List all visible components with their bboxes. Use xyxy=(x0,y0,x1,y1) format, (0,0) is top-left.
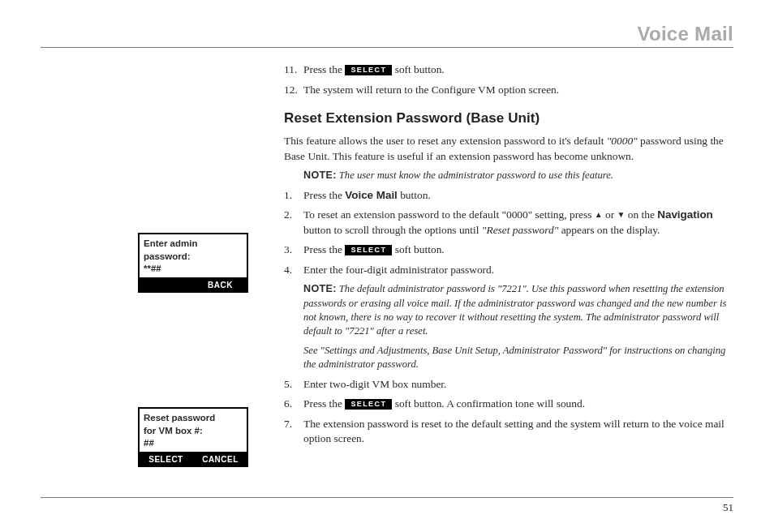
page-header: Voice Mail xyxy=(41,23,733,48)
step-body: Press the Voice Mail button. xyxy=(303,188,733,204)
note-default-admin-password: NOTE: The default administrator password… xyxy=(303,282,733,339)
step-2: 2. To reset an extension password to the… xyxy=(284,208,733,238)
note-body: The user must know the administrator pas… xyxy=(337,169,613,181)
lcd-line: **## xyxy=(144,263,243,276)
voice-mail-button-label: Voice Mail xyxy=(345,189,398,201)
lcd-text: Enter admin password: **## xyxy=(144,238,243,276)
lcd-text: Reset password for VM box #: ## xyxy=(144,412,243,450)
note-label: NOTE: xyxy=(303,169,337,181)
section-title: Voice Mail xyxy=(637,23,733,45)
step-number: 3. xyxy=(284,242,303,258)
content-columns: Enter admin password: **## BACK Reset pa… xyxy=(41,62,733,452)
note-body: The default administrator password is "7… xyxy=(303,283,726,337)
lcd-line: for VM box #: xyxy=(144,425,243,438)
step-body: The extension password is reset to the d… xyxy=(303,417,733,447)
text: This feature allows the user to reset an… xyxy=(284,135,607,147)
step-number: 4. xyxy=(284,263,303,278)
note-label: NOTE: xyxy=(303,283,337,294)
softkey-left-select: SELECT xyxy=(140,452,192,466)
text: Press the xyxy=(303,63,345,75)
lead-paragraph: This feature allows the user to reset an… xyxy=(284,134,733,164)
softkey-right-back: BACK xyxy=(192,277,247,292)
text: on the xyxy=(626,208,658,221)
step-body: To reset an extension password to the de… xyxy=(303,208,733,238)
step-number: 11. xyxy=(284,62,303,78)
main-content: 11. Press the SELECT soft button. 12. Th… xyxy=(284,62,733,452)
select-chip-icon: SELECT xyxy=(345,65,392,75)
text: To reset an extension password to the de… xyxy=(303,208,595,221)
softkey-left xyxy=(140,277,192,292)
text: soft button. A confirmation tone will so… xyxy=(395,397,585,410)
step-11: 11. Press the SELECT soft button. xyxy=(284,62,733,78)
step-body: Press the SELECT soft button. A confirma… xyxy=(303,397,733,412)
lcd-softkeys: BACK xyxy=(140,277,247,292)
page-number: 51 xyxy=(723,501,733,513)
step-12: 12. The system will return to the Config… xyxy=(284,83,733,98)
down-arrow-icon: ▼ xyxy=(617,210,626,219)
page-footer: 51 xyxy=(41,497,733,514)
lcd-line: Reset password xyxy=(144,412,243,425)
step-5: 5. Enter two-digit VM box number. xyxy=(284,377,733,393)
text: appears on the display. xyxy=(558,224,660,236)
note-see-settings: See "Settings and Adjustments, Base Unit… xyxy=(303,344,733,372)
lcd-line: ## xyxy=(144,437,243,450)
note-admin-required: NOTE: The user must know the administrat… xyxy=(303,169,733,182)
text: or xyxy=(603,208,617,221)
step-4: 4. Enter the four-digit administrator pa… xyxy=(284,263,733,278)
text: Press the xyxy=(303,189,345,201)
lcd-line: Enter admin xyxy=(144,238,243,251)
step-body: Press the SELECT soft button. xyxy=(303,62,733,78)
lcd-reset-password: Reset password for VM box #: ## SELECT C… xyxy=(138,407,248,467)
step-number: 7. xyxy=(284,417,303,447)
step-3: 3. Press the SELECT soft button. xyxy=(284,242,733,258)
text: Press the xyxy=(303,397,345,410)
reset-password-option: "Reset password" xyxy=(482,224,558,236)
step-body: The system will return to the Configure … xyxy=(303,83,733,98)
lcd-line: password: xyxy=(144,251,243,264)
subsection-heading: Reset Extension Password (Base Unit) xyxy=(284,109,733,127)
sidebar: Enter admin password: **## BACK Reset pa… xyxy=(41,62,268,452)
text: Press the xyxy=(303,243,345,255)
lcd-admin-password: Enter admin password: **## BACK xyxy=(138,233,248,293)
step-number: 6. xyxy=(284,397,303,412)
navigation-button-label: Navigation xyxy=(657,208,712,221)
softkey-right-cancel: CANCEL xyxy=(192,452,247,466)
select-chip-icon: SELECT xyxy=(345,245,392,255)
select-chip-icon: SELECT xyxy=(345,399,392,410)
text: soft button. xyxy=(395,243,445,255)
step-number: 12. xyxy=(284,83,303,98)
step-number: 1. xyxy=(284,188,303,204)
step-body: Enter two-digit VM box number. xyxy=(303,377,733,393)
step-body: Enter the four-digit administrator passw… xyxy=(303,263,733,278)
step-number: 5. xyxy=(284,377,303,393)
lcd-softkeys: SELECT CANCEL xyxy=(140,452,247,466)
text: button. xyxy=(398,189,431,201)
step-1: 1. Press the Voice Mail button. xyxy=(284,188,733,204)
step-number: 2. xyxy=(284,208,303,238)
text: soft button. xyxy=(395,63,445,75)
step-body: Press the SELECT soft button. xyxy=(303,242,733,258)
up-arrow-icon: ▲ xyxy=(595,210,603,219)
note-body: See "Settings and Adjustments, Base Unit… xyxy=(303,345,725,370)
step-6: 6. Press the SELECT soft button. A confi… xyxy=(284,397,733,412)
step-7: 7. The extension password is reset to th… xyxy=(284,417,733,447)
text: button to scroll through the options unt… xyxy=(303,224,482,236)
default-password-value: "0000" xyxy=(607,135,638,147)
